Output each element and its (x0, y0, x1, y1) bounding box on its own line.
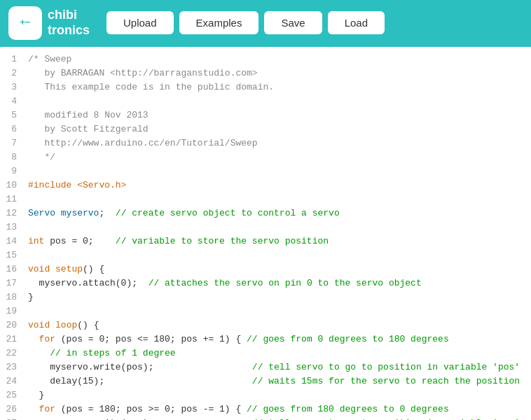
code-line: 4 (0, 94, 531, 108)
logo-text: chibi tronics (48, 8, 90, 38)
logo-line2: tronics (48, 23, 90, 38)
code-line: 13 (0, 220, 531, 234)
code-line: 2 by BARRAGAN <http://barraganstudio.com… (0, 66, 531, 80)
code-line: 15 (0, 248, 531, 262)
code-line: 1 /* Sweep (0, 52, 531, 66)
logo: +− chibi tronics (8, 6, 90, 40)
code-line: 16 void setup() { (0, 262, 531, 276)
code-line: 5 modified 8 Nov 2013 (0, 108, 531, 122)
code-line: 11 (0, 192, 531, 206)
code-line: 7 http://www.arduino.cc/en/Tutorial/Swee… (0, 136, 531, 150)
code-line: 23 myservo.write(pos); // tell servo to … (0, 360, 531, 374)
code-line: 14 int pos = 0; // variable to store the… (0, 234, 531, 248)
code-line: 8 */ (0, 150, 531, 164)
code-line: 22 // in steps of 1 degree (0, 346, 531, 360)
code-line: 21 for (pos = 0; pos <= 180; pos += 1) {… (0, 332, 531, 346)
code-line: 18 } (0, 290, 531, 304)
code-line: 6 by Scott Fitzgerald (0, 122, 531, 136)
code-line: 25 } (0, 388, 531, 402)
nav-buttons: Upload Examples Save Load (106, 11, 385, 34)
code-line: 26 for (pos = 180; pos >= 0; pos -= 1) {… (0, 402, 531, 416)
code-line: 27 myservo.write(pos); // tell servo to … (0, 416, 531, 420)
logo-line1: chibi (48, 8, 90, 23)
code-line: 17 myservo.attach(0); // attaches the se… (0, 276, 531, 290)
header: +− chibi tronics Upload Examples Save Lo… (0, 0, 531, 46)
code-line: 20 void loop() { (0, 318, 531, 332)
code-line: 3 This example code is in the public dom… (0, 80, 531, 94)
examples-button[interactable]: Examples (179, 11, 259, 34)
code-line: 9 (0, 164, 531, 178)
code-editor[interactable]: 1 /* Sweep 2 by BARRAGAN <http://barraga… (0, 46, 531, 420)
code-line: 10 #include <Servo.h> (0, 178, 531, 192)
code-line: 12 Servo myservo; // create servo object… (0, 206, 531, 220)
code-line: 24 delay(15); // waits 15ms for the serv… (0, 374, 531, 388)
code-line: 19 (0, 304, 531, 318)
save-button[interactable]: Save (264, 11, 322, 34)
load-button[interactable]: Load (328, 11, 385, 34)
upload-button[interactable]: Upload (106, 11, 174, 34)
logo-icon: +− (8, 6, 42, 40)
